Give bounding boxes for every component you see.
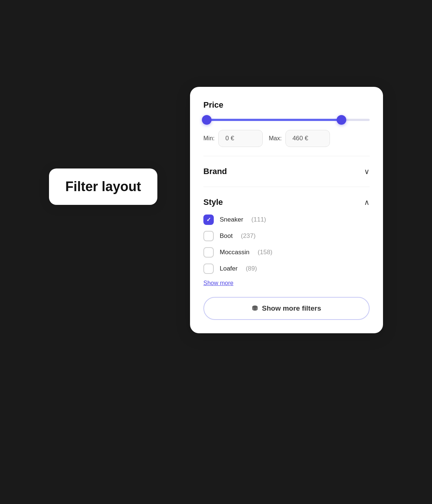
sneaker-count: (111) (251, 216, 266, 223)
moccassin-count: (158) (258, 249, 272, 256)
max-price-input[interactable] (285, 130, 330, 147)
price-slider-container[interactable] (203, 119, 370, 121)
style-title: Style (203, 197, 223, 207)
price-title: Price (203, 100, 370, 110)
min-label: Min: (203, 135, 215, 142)
min-input-group: Min: (203, 130, 263, 147)
brand-section-header[interactable]: Brand ∨ (203, 165, 370, 178)
scene: Filter layout Price Min: Max: (49, 57, 383, 447)
filter-layout-card: Filter layout (49, 168, 157, 205)
style-chevron-up-icon: ∧ (364, 198, 370, 207)
slider-thumb-max[interactable] (337, 115, 346, 125)
filter-panel: Price Min: Max: (190, 87, 383, 333)
style-section: Style ∧ Sneaker (111) Boot (237) (203, 196, 370, 287)
moccassin-label: Moccassin (220, 249, 249, 256)
loafer-label: Loafer (220, 265, 238, 272)
sneaker-label: Sneaker (220, 216, 243, 223)
style-checkbox-list: Sneaker (111) Boot (237) Moccassin (158) (203, 215, 370, 274)
min-price-input[interactable] (218, 130, 263, 147)
loafer-checkbox[interactable] (203, 264, 214, 274)
filter-icon: ⛃ (252, 304, 258, 312)
boot-label: Boot (220, 232, 233, 240)
price-section: Price Min: Max: (203, 100, 370, 147)
slider-track[interactable] (203, 119, 370, 121)
max-input-group: Max: (269, 130, 330, 147)
moccassin-checkbox[interactable] (203, 247, 214, 258)
list-item[interactable]: Moccassin (158) (203, 247, 370, 258)
list-item[interactable]: Loafer (89) (203, 264, 370, 274)
show-more-link[interactable]: Show more (203, 280, 233, 287)
brand-title: Brand (203, 167, 227, 176)
filter-layout-title: Filter layout (65, 179, 141, 194)
brand-chevron-down-icon: ∨ (364, 167, 370, 176)
price-inputs: Min: Max: (203, 130, 370, 147)
list-item[interactable]: Sneaker (111) (203, 215, 370, 225)
show-more-filters-label: Show more filters (262, 304, 321, 312)
slider-fill (207, 119, 341, 121)
boot-count: (237) (241, 232, 256, 240)
boot-checkbox[interactable] (203, 231, 214, 241)
divider-2 (203, 187, 370, 187)
slider-thumb-min[interactable] (202, 115, 212, 125)
list-item[interactable]: Boot (237) (203, 231, 370, 241)
style-section-header[interactable]: Style ∧ (203, 196, 370, 209)
max-label: Max: (269, 135, 282, 142)
divider-1 (203, 156, 370, 156)
sneaker-checkbox[interactable] (203, 215, 214, 225)
show-more-filters-button[interactable]: ⛃ Show more filters (203, 297, 370, 320)
loafer-count: (89) (246, 265, 257, 272)
